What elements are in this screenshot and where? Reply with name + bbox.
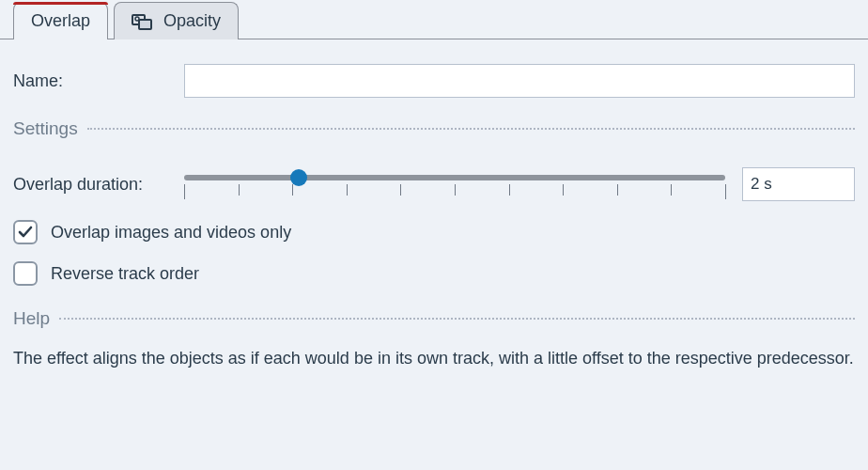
overlap-duration-controls (184, 165, 855, 203)
svg-rect-1 (139, 20, 151, 29)
name-input[interactable] (184, 64, 855, 98)
name-row: Name: (13, 64, 855, 98)
overlap-duration-label: Overlap duration: (13, 175, 184, 195)
reverse-order-row: Reverse track order (13, 261, 855, 286)
section-settings-label: Settings (13, 118, 78, 139)
overlap-duration-spinner[interactable] (742, 167, 855, 201)
overlap-duration-row: Overlap duration: (13, 165, 855, 203)
help-text: The effect aligns the objects as if each… (13, 346, 855, 371)
slider-ticks (184, 184, 725, 201)
tab-bar: Overlap Opacity (0, 0, 868, 39)
section-help: Help (13, 308, 855, 329)
overlap-duration-slider[interactable] (184, 165, 725, 203)
slider-track (184, 175, 725, 180)
section-help-label: Help (13, 308, 50, 329)
checkmark-icon (17, 224, 34, 241)
tab-opacity[interactable]: Opacity (114, 2, 239, 39)
divider-dots (59, 318, 855, 320)
layers-icon (132, 12, 156, 31)
overlap-images-videos-row: Overlap images and videos only (13, 220, 855, 244)
divider-dots (87, 128, 855, 130)
tab-overlap[interactable]: Overlap (13, 2, 108, 39)
overlap-images-videos-label[interactable]: Overlap images and videos only (51, 223, 291, 243)
reverse-order-checkbox[interactable] (13, 261, 38, 286)
svg-point-2 (135, 17, 139, 21)
overlap-duration-value[interactable] (743, 168, 868, 200)
overlap-images-videos-checkbox[interactable] (13, 220, 38, 244)
reverse-order-label[interactable]: Reverse track order (51, 264, 199, 284)
tab-content: Name: Settings Overlap duration: (0, 39, 868, 371)
tab-overlap-label: Overlap (31, 11, 90, 31)
app-root: Overlap Opacity Name: Settings O (0, 0, 868, 470)
tab-opacity-label: Opacity (163, 11, 221, 31)
name-label: Name: (13, 71, 184, 91)
section-settings: Settings (13, 118, 855, 139)
